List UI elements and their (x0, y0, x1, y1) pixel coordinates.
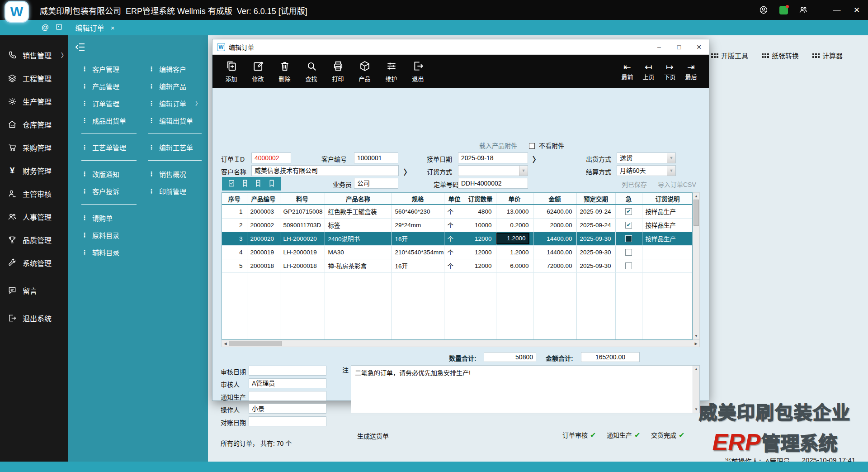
scroll-up-icon[interactable]: ▲ (693, 366, 699, 372)
nav-prev-button[interactable]: ↤上页 (638, 57, 659, 86)
tab-edit-order[interactable]: 编辑订单 × (75, 22, 115, 33)
at-icon[interactable]: @ (42, 24, 49, 32)
table-row-selected[interactable]: 32000020 LH-20000202400说明书 16开个 120001.2… (222, 232, 693, 245)
scrollbar-thumb[interactable] (229, 341, 282, 346)
delete-button[interactable]: 删除 (271, 57, 298, 86)
submenu-item-edit-customer[interactable]: ⋮编辑客户 (148, 60, 204, 77)
submenu-item-purchase-request[interactable]: ⋮请购单 (81, 209, 139, 226)
sidebar-item-finance[interactable]: ¥ 财务管理 (0, 159, 68, 182)
urgent-checkbox[interactable]: ✔ (625, 249, 632, 256)
sidebar-item-supervisor-audit[interactable]: 主管审核 (0, 182, 68, 205)
customer-name-field[interactable]: 威美信息技术有限公司 (251, 165, 399, 176)
scrollbar-thumb[interactable] (693, 200, 699, 226)
remark-scrollbar[interactable]: ▲ ▼ (693, 366, 699, 413)
brand-icon[interactable] (778, 5, 788, 15)
nav-last-button[interactable]: ⇥最后 (680, 57, 702, 86)
sidebar-item-production[interactable]: 生产管理 (0, 90, 68, 113)
submenu-item-order-mgmt[interactable]: ⋮订单管理 (81, 95, 139, 112)
submenu-item-product-mgmt[interactable]: ⋮产品管理 (81, 77, 139, 95)
sidebar-item-quality[interactable]: 品质管理 (0, 228, 68, 251)
price-edit-cell[interactable]: 1.2000 (497, 234, 528, 243)
dialog-maximize-button[interactable]: □ (669, 39, 689, 54)
scroll-left-icon[interactable]: ◀ (222, 340, 229, 347)
scroll-down-icon[interactable]: ▼ (693, 333, 699, 339)
dialog-close-button[interactable]: ✕ (689, 39, 709, 54)
nav-first-button[interactable]: ⇤最前 (617, 57, 638, 86)
submenu-item-raw-material-list[interactable]: ⋮原料目录 (81, 226, 139, 243)
bookmark-button[interactable] (268, 179, 276, 189)
submenu-item-complaints[interactable]: ⋮客户投诉 (81, 182, 139, 200)
order-no-field[interactable]: DDH-4000002 (458, 178, 528, 189)
urgent-checkbox[interactable]: ✔ (625, 208, 632, 215)
submenu-item-customer-mgmt[interactable]: ⋮客户管理 (81, 60, 139, 77)
dropdown-arrow-icon[interactable]: ▼ (667, 153, 675, 163)
close-button[interactable]: ✕ (852, 5, 862, 15)
sidebar-item-system[interactable]: 系统管理 (0, 251, 68, 274)
submenu-item-sales-overview[interactable]: ⋮销售概况 (148, 165, 204, 182)
hide-attachment-checkbox[interactable]: 不看附件 (529, 141, 564, 150)
amount-total-field[interactable]: 165200.00 (581, 352, 640, 362)
dropdown-arrow-icon[interactable]: ▼ (519, 166, 528, 176)
table-horizontal-scrollbar[interactable]: ◀ ▶ (222, 340, 700, 347)
find-button[interactable]: 查找 (298, 57, 325, 86)
table-row[interactable]: 52000018 LH-2000018禅-私房茶彩盒 16开个 120006.0… (222, 259, 693, 272)
order-method-select[interactable]: ▼ (458, 165, 528, 176)
date-picker-arrow[interactable]: 〉 (533, 153, 540, 164)
urgent-checkbox[interactable]: ✔ (625, 262, 632, 269)
customer-picker-arrow[interactable]: 〉 (404, 166, 411, 177)
nav-next-button[interactable]: ↦下页 (659, 57, 680, 86)
submenu-item-shipment[interactable]: ⋮成品出货单 (81, 112, 139, 129)
scroll-down-icon[interactable]: ▼ (693, 406, 699, 413)
submenu-item-craft-mgmt[interactable]: ⋮工艺单管理 (81, 138, 139, 156)
customer-no-field[interactable]: 1000001 (354, 153, 398, 163)
export-window-icon[interactable] (55, 23, 63, 33)
maintain-button[interactable]: 维护 (378, 57, 405, 86)
scroll-up-icon[interactable]: ▲ (693, 193, 699, 200)
order-remark-textarea[interactable]: 二笔急的订单，请务必优先加急安排生产! (351, 366, 693, 413)
submenu-item-revision-notice[interactable]: ⋮改版通知 (81, 165, 139, 182)
table-vertical-scrollbar[interactable]: ▲ ▼ (693, 192, 700, 340)
ship-method-select[interactable]: 送货▼ (617, 153, 676, 163)
table-row[interactable]: 42000019 LH-2000019MA30 210*4540*354mm个 … (222, 245, 693, 259)
sidebar-item-messages[interactable]: 留言 (0, 279, 68, 302)
tool-plate-making[interactable]: 开版工具 (711, 51, 748, 60)
tool-calculator[interactable]: 计算器 (812, 51, 843, 60)
auditor-field[interactable]: A管理员 (249, 378, 326, 388)
tool-paper-convert[interactable]: 纸张转换 (762, 51, 799, 60)
bookmark-remove-button[interactable] (254, 179, 262, 189)
dialog-titlebar[interactable]: W 编辑订单 – □ ✕ (212, 39, 709, 55)
bookmark-add-button[interactable] (241, 179, 249, 189)
urgent-checkbox[interactable]: ✔ (625, 222, 632, 229)
dialog-minimize-button[interactable]: – (649, 39, 669, 54)
salesman-field[interactable]: 公司 (354, 178, 398, 189)
submenu-item-edit-order[interactable]: ⋮编辑订单〉 (148, 95, 204, 112)
notify-production-field[interactable] (249, 391, 326, 401)
audit-date-field[interactable] (249, 366, 326, 376)
submenu-item-edit-product[interactable]: ⋮编辑产品 (148, 77, 204, 95)
urgent-checkbox[interactable]: ✔ (625, 235, 632, 242)
submenu-item-prepress-mgmt[interactable]: ⋮印前管理 (148, 182, 204, 200)
tab-close-icon[interactable]: × (111, 24, 115, 32)
users-icon[interactable] (798, 5, 808, 15)
collapse-menu-icon[interactable] (75, 42, 86, 54)
settle-method-select[interactable]: 月结60天▼ (617, 165, 676, 176)
sidebar-item-hr[interactable]: 人事管理 (0, 205, 68, 228)
order-id-field[interactable]: 4000002 (251, 153, 291, 163)
minimize-button[interactable]: — (832, 5, 842, 15)
product-button[interactable]: 产品 (351, 57, 378, 86)
dropdown-arrow-icon[interactable]: ▼ (667, 166, 675, 176)
sidebar-item-logout[interactable]: 退出系统 (0, 306, 68, 329)
table-row[interactable]: 12000003 GP210715008红色款手工罐盒装 560*460*230… (222, 205, 693, 218)
sidebar-item-purchasing[interactable]: 采购管理 (0, 136, 68, 159)
submenu-item-edit-craft[interactable]: ⋮编辑工艺单 (148, 138, 204, 156)
qty-total-field[interactable]: 50800 (484, 352, 536, 362)
submenu-item-aux-material-list[interactable]: ⋮辅料目录 (81, 243, 139, 261)
sidebar-item-engineering[interactable]: 工程管理 (0, 67, 68, 90)
select-all-button[interactable] (227, 179, 236, 189)
edit-button[interactable]: 修改 (245, 57, 271, 86)
sidebar-item-sales[interactable]: 销售管理〉 (0, 43, 68, 67)
print-button[interactable]: 打印 (325, 57, 351, 86)
load-attachment-button[interactable]: 载入产品附件 (479, 141, 517, 150)
make-delivery-button[interactable]: 生成送货单 (357, 431, 389, 440)
submenu-item-edit-shipment[interactable]: ⋮编辑出货单 (148, 112, 204, 129)
